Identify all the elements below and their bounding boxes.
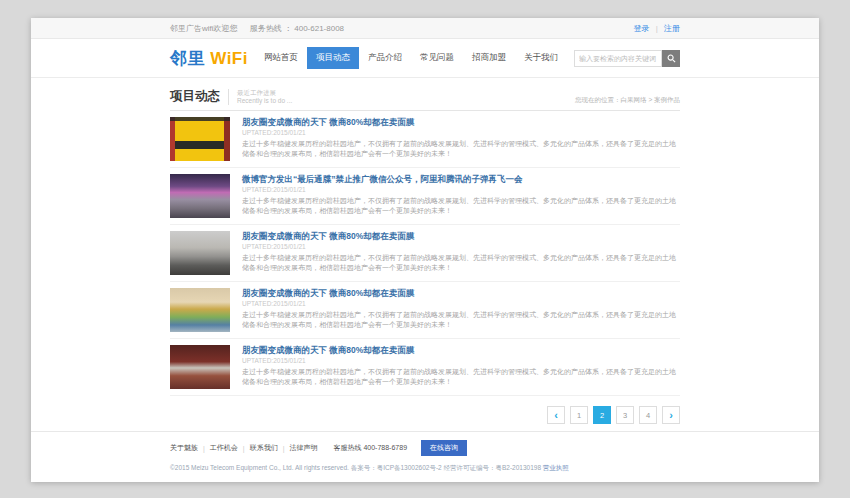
breadcrumb[interactable]: 您现在的位置：白果网络 > 案例作品 xyxy=(575,96,680,105)
article-thumbnail-expo-hall[interactable] xyxy=(170,174,230,218)
article-description: 走过十多年稳健发展历程的碧桂园地产，不仅拥有了超前的战略发展规划、先进科学的管理… xyxy=(242,139,680,159)
page-subtitle-cn: 最近工作进展 xyxy=(237,89,292,97)
article-title[interactable]: 朋友圈变成微商的天下 微商80%却都在卖面膜 xyxy=(242,288,680,298)
chevron-right-icon: › xyxy=(669,410,673,421)
article-date: UPTATED:2015/01/21 xyxy=(242,186,680,193)
article-item[interactable]: 朋友圈变成微商的天下 微商80%却都在卖面膜 UPTATED:2015/01/2… xyxy=(170,225,680,282)
nav-item-join[interactable]: 招商加盟 xyxy=(463,47,515,69)
login-register-divider: | xyxy=(656,24,658,33)
article-thumbnail-red-booth[interactable] xyxy=(170,345,230,389)
nav-item-about[interactable]: 关于我们 xyxy=(515,47,567,69)
title-divider xyxy=(228,89,229,105)
pagination: ‹ 1 2 3 4 › xyxy=(170,396,680,431)
search-box xyxy=(574,50,680,67)
search-button[interactable] xyxy=(662,50,680,67)
next-page-button[interactable]: › xyxy=(662,406,680,424)
article-title[interactable]: 朋友圈变成微商的天下 微商80%却都在卖面膜 xyxy=(242,117,680,127)
site-header: 邻里 WiFi 网站首页 项目动态 产品介绍 常见问题 招商加盟 关于我们 xyxy=(31,39,819,78)
page-card: 邻里广告wifi欢迎您 服务热线 ： 400-621-8008 登录 | 注册 … xyxy=(31,18,819,482)
footer-link-divider: | xyxy=(243,445,245,452)
article-thumbnail-street-crowd[interactable] xyxy=(170,231,230,275)
article-item[interactable]: 朋友圈变成微商的天下 微商80%却都在卖面膜 UPTATED:2015/01/2… xyxy=(170,339,680,396)
footer-link-contact[interactable]: 联系我们 xyxy=(250,443,278,453)
welcome-text: 邻里广告wifi欢迎您 xyxy=(170,24,238,33)
footer-hotline: 客服热线 400-788-6789 xyxy=(333,443,407,453)
article-date: UPTATED:2015/01/21 xyxy=(242,300,680,307)
utility-bar: 邻里广告wifi欢迎您 服务热线 ： 400-621-8008 登录 | 注册 xyxy=(31,18,819,39)
footer-link-jobs[interactable]: 工作机会 xyxy=(210,443,238,453)
nav-item-home[interactable]: 网站首页 xyxy=(255,47,307,69)
page-head: 项目动态 最近工作进展 Recently is to do ... 您现在的位置… xyxy=(170,88,680,105)
nav-item-products[interactable]: 产品介绍 xyxy=(359,47,411,69)
page-button-2-active[interactable]: 2 xyxy=(593,406,611,424)
article-item[interactable]: 朋友圈变成微商的天下 微商80%却都在卖面膜 UPTATED:2015/01/2… xyxy=(170,111,680,168)
article-item[interactable]: 朋友圈变成微商的天下 微商80%却都在卖面膜 UPTATED:2015/01/2… xyxy=(170,282,680,339)
site-footer: 关于魅族 | 工作机会 | 联系我们 | 法律声明 客服热线 400-788-6… xyxy=(31,431,819,482)
chevron-left-icon: ‹ xyxy=(554,410,558,421)
article-description: 走过十多年稳健发展历程的碧桂园地产，不仅拥有了超前的战略发展规划、先进科学的管理… xyxy=(242,367,680,387)
utility-right: 登录 | 注册 xyxy=(633,23,680,34)
article-description: 走过十多年稳健发展历程的碧桂园地产，不仅拥有了超前的战略发展规划、先进科学的管理… xyxy=(242,310,680,330)
article-title[interactable]: 朋友圈变成微商的天下 微商80%却都在卖面膜 xyxy=(242,345,680,355)
site-logo[interactable]: 邻里 WiFi xyxy=(170,47,248,70)
page-button-1[interactable]: 1 xyxy=(570,406,588,424)
footer-copyright-row: ©2015 Meizu Telecom Equipment Co., Ltd. … xyxy=(170,464,680,473)
page-title: 项目动态 xyxy=(170,88,220,105)
article-date: UPTATED:2015/01/21 xyxy=(242,243,680,250)
article-thumbnail-exhibition-booth[interactable] xyxy=(170,288,230,332)
login-link[interactable]: 登录 xyxy=(633,24,649,33)
main-content: 项目动态 最近工作进展 Recently is to do ... 您现在的位置… xyxy=(31,78,819,431)
article-title[interactable]: 微博官方发出“最后通牒”禁止推广微信公众号，阿里和腾讯的子弹再飞一会 xyxy=(242,174,680,184)
main-nav: 网站首页 项目动态 产品介绍 常见问题 招商加盟 关于我们 xyxy=(255,47,567,69)
footer-links-row: 关于魅族 | 工作机会 | 联系我们 | 法律声明 客服热线 400-788-6… xyxy=(170,440,680,456)
logo-en-text: WiFi xyxy=(210,49,248,68)
article-item[interactable]: 微博官方发出“最后通牒”禁止推广微信公众号，阿里和腾讯的子弹再飞一会 UPTAT… xyxy=(170,168,680,225)
footer-link-legal[interactable]: 法律声明 xyxy=(289,443,317,453)
article-thumbnail-yellow-poster[interactable] xyxy=(170,117,230,161)
logo-cn-text: 邻里 xyxy=(170,49,205,68)
page-subtitle: 最近工作进展 Recently is to do ... xyxy=(237,89,292,105)
business-license-link[interactable]: 营业执照 xyxy=(543,464,569,471)
nav-item-faq[interactable]: 常见问题 xyxy=(411,47,463,69)
article-date: UPTATED:2015/01/21 xyxy=(242,129,680,136)
footer-link-about[interactable]: 关于魅族 xyxy=(170,443,198,453)
online-consult-button[interactable]: 在线咨询 xyxy=(421,440,467,456)
prev-page-button[interactable]: ‹ xyxy=(547,406,565,424)
page-button-3[interactable]: 3 xyxy=(616,406,634,424)
footer-link-divider: | xyxy=(203,445,205,452)
register-link[interactable]: 注册 xyxy=(664,24,680,33)
footer-link-divider: | xyxy=(283,445,285,452)
icp-text: 备案号：粤ICP备13002602号-2 经营许可证编号：粤B2-2013019… xyxy=(351,464,541,471)
article-date: UPTATED:2015/01/21 xyxy=(242,357,680,364)
search-input[interactable] xyxy=(574,50,662,67)
nav-item-project-news[interactable]: 项目动态 xyxy=(307,47,359,69)
article-description: 走过十多年稳健发展历程的碧桂园地产，不仅拥有了超前的战略发展规划、先进科学的管理… xyxy=(242,253,680,273)
page-subtitle-en: Recently is to do ... xyxy=(237,97,292,105)
hotline-text: 服务热线 ： 400-621-8008 xyxy=(250,24,344,33)
article-title[interactable]: 朋友圈变成微商的天下 微商80%却都在卖面膜 xyxy=(242,231,680,241)
utility-left: 邻里广告wifi欢迎您 服务热线 ： 400-621-8008 xyxy=(170,23,354,34)
page-button-4[interactable]: 4 xyxy=(639,406,657,424)
search-icon xyxy=(667,51,676,66)
article-description: 走过十多年稳健发展历程的碧桂园地产，不仅拥有了超前的战略发展规划、先进科学的管理… xyxy=(242,196,680,216)
browser-canvas: 邻里广告wifi欢迎您 服务热线 ： 400-621-8008 登录 | 注册 … xyxy=(0,0,850,498)
copyright-text: ©2015 Meizu Telecom Equipment Co., Ltd. … xyxy=(170,464,349,471)
